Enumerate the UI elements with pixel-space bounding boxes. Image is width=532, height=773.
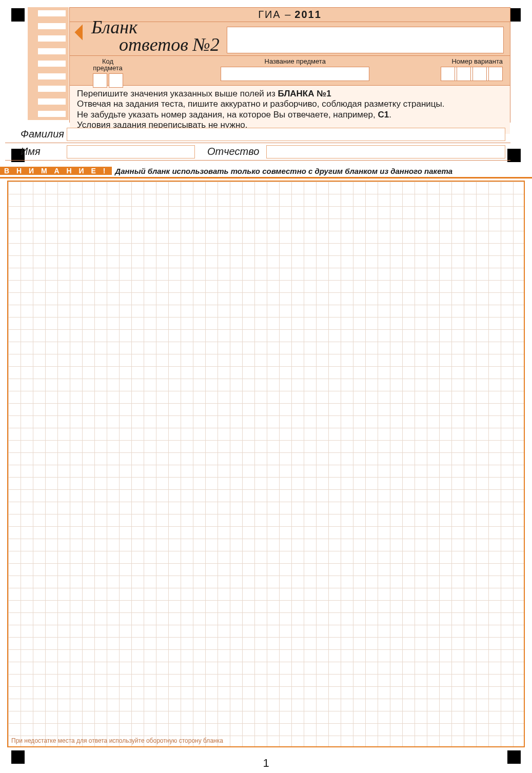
extra-code-boxes[interactable]	[441, 67, 503, 81]
subject-name-input[interactable]	[221, 67, 369, 81]
page-number: 1	[0, 757, 532, 770]
patronymic-label: Отчество	[200, 146, 266, 157]
subject-name-label: Название предмета	[265, 58, 326, 65]
extra-code-field	[441, 58, 503, 81]
person-fields: Фамилия Имя Отчество	[5, 126, 510, 161]
name-row: Имя Отчество	[5, 143, 510, 161]
answer-form-page: ГИА – 2011 Бланк ответов №2 Код предмета…	[0, 0, 532, 773]
subject-name-field: Название предмета	[151, 58, 439, 81]
attention-underline	[0, 177, 532, 179]
barcode-area	[227, 27, 504, 53]
surname-label: Фамилия	[5, 128, 67, 140]
surname-row: Фамилия	[5, 126, 510, 143]
marker-top-left	[11, 8, 25, 22]
title-row: Бланк ответов №2	[70, 22, 510, 56]
name-input[interactable]	[67, 145, 195, 158]
fields-row: Код предмета Название предмета Номер вар…	[70, 56, 510, 86]
surname-input[interactable]	[67, 128, 505, 141]
exam-name: ГИА	[258, 9, 281, 21]
grid-footer-note: При недостатке места для ответа использу…	[11, 737, 223, 744]
attention-tag: В Н И М А Н И Е !	[0, 167, 112, 175]
answer-grid[interactable]: При недостатке места для ответа использу…	[7, 181, 525, 747]
patronymic-input[interactable]	[266, 145, 505, 158]
subject-code-label: Код предмета	[93, 58, 123, 71]
attention-text: Данный бланк использовать только совмест…	[115, 167, 452, 175]
form-header: ГИА – 2011 Бланк ответов №2 Код предмета…	[69, 7, 510, 123]
name-label: Имя	[5, 146, 67, 157]
subject-code-boxes[interactable]	[93, 73, 123, 88]
exam-year: 2011	[294, 9, 322, 21]
attention-strip: В Н И М А Н И Е ! Данный бланк использов…	[0, 165, 532, 176]
exam-dash: –	[285, 9, 291, 21]
arrow-icon	[74, 24, 90, 40]
subject-code-field: Код предмета	[77, 58, 139, 88]
left-side-ticks	[28, 7, 69, 120]
form-title: Бланк ответов №2	[91, 18, 220, 53]
